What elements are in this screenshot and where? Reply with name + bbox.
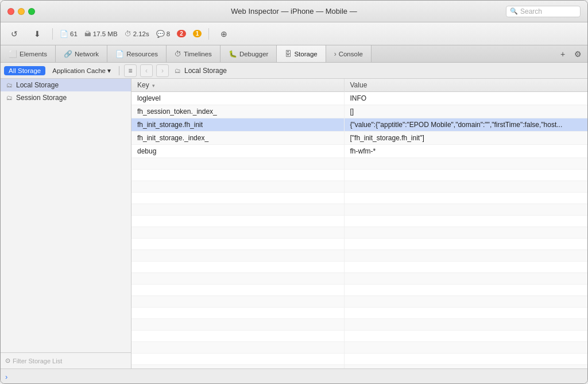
session-storage-label: Session Storage <box>16 94 67 102</box>
tab-debugger[interactable]: 🐛 Debugger <box>220 45 277 62</box>
cell-value: fh-wfm-* <box>344 145 587 158</box>
elements-icon: ⬜ <box>9 50 17 58</box>
toolbar: ↺ ⬇ 📄 61 🏔 17.5 MB ⏱ 2.12s 💬 8 2 1 ⊕ <box>1 22 587 45</box>
tab-timelines[interactable]: ⏱ Timelines <box>167 45 220 62</box>
debugger-icon: 🐛 <box>229 50 237 58</box>
time-value: 2.12s <box>133 30 149 37</box>
filter-placeholder: Filter Storage List <box>13 358 62 364</box>
cell-value: [] <box>344 105 587 118</box>
empty-row <box>131 250 587 262</box>
key-column-label: Key <box>137 81 149 89</box>
column-header-key[interactable]: Key ▾ <box>131 79 344 92</box>
tab-network-label: Network <box>75 51 99 57</box>
errors-count: 2 <box>180 30 183 37</box>
table-row[interactable]: debugfh-wfm-* <box>131 145 587 158</box>
empty-cell-key <box>131 193 344 204</box>
app-cache-label: Application Cache <box>52 67 106 74</box>
empty-cell-value <box>344 181 587 193</box>
tab-debugger-label: Debugger <box>239 51 269 57</box>
empty-row <box>131 170 587 181</box>
reload-button[interactable]: ↺ <box>6 27 22 41</box>
table-row[interactable]: loglevelINFO <box>131 92 587 105</box>
empty-cell-key <box>131 273 344 285</box>
close-button[interactable] <box>7 8 14 15</box>
maximize-button[interactable] <box>28 8 35 15</box>
tab-elements-label: Elements <box>20 51 47 57</box>
tab-network[interactable]: 🔗 Network <box>56 45 107 62</box>
console-icon: › <box>334 50 336 58</box>
empty-row <box>131 262 587 273</box>
tab-storage[interactable]: 🗄 Storage <box>277 45 326 62</box>
file-icon: 📄 <box>60 30 68 38</box>
value-column-label: Value <box>350 81 368 89</box>
table-row[interactable]: fh_init_storage.fh_init{"value":{"apptit… <box>131 118 587 132</box>
empty-cell-value <box>344 216 587 227</box>
empty-row <box>131 216 587 227</box>
sidebar-item-local-storage[interactable]: 🗂 Local Storage <box>1 79 131 91</box>
empty-row <box>131 285 587 296</box>
empty-cell-value <box>344 354 587 365</box>
toolbar-separator-1 <box>52 28 53 40</box>
empty-row <box>131 342 587 354</box>
tab-console-label: Console <box>339 51 363 57</box>
local-storage-icon: 🗂 <box>6 82 13 89</box>
resources-icon: 📄 <box>115 50 124 58</box>
errors-stat: 2 <box>177 30 186 37</box>
add-tab-button[interactable]: + <box>556 48 569 60</box>
nav-forward-button[interactable]: › <box>156 64 169 77</box>
tab-spacer <box>372 45 553 62</box>
empty-cell-value <box>344 365 587 369</box>
requests-stat: 📄 61 <box>60 30 78 38</box>
filter-icon: ⊙ <box>5 357 10 364</box>
sub-toolbar: All Storage Application Cache ▾ ≡ ‹ › 🗂 … <box>1 63 587 79</box>
empty-cell-key <box>131 331 344 342</box>
main-content: 🗂 Local Storage 🗂 Session Storage ⊙ Filt… <box>1 79 587 368</box>
cell-key: loglevel <box>131 92 344 105</box>
minimize-button[interactable] <box>18 8 25 15</box>
messages-stat: 💬 8 <box>156 30 170 38</box>
empty-row <box>131 181 587 193</box>
tab-console[interactable]: › Console <box>326 45 372 62</box>
title-bar-right: 🔍 Search <box>506 6 581 17</box>
sidebar-spacer <box>1 104 131 352</box>
empty-cell-value <box>344 158 587 170</box>
empty-row <box>131 296 587 308</box>
local-storage-label: Local Storage <box>16 81 59 89</box>
tab-timelines-label: Timelines <box>184 51 212 57</box>
empty-cell-key <box>131 365 344 369</box>
search-box[interactable]: 🔍 Search <box>506 6 581 17</box>
table-header-row: Key ▾ Value <box>131 79 587 92</box>
table-row[interactable]: fh_session_token._index_[] <box>131 105 587 118</box>
expand-button[interactable]: › <box>5 373 7 381</box>
table-row[interactable]: fh_init_storage._index_["fh_init_storage… <box>131 132 587 145</box>
search-placeholder: Search <box>520 7 542 16</box>
empty-cell-key <box>131 158 344 170</box>
target-button[interactable]: ⊕ <box>216 27 232 41</box>
tab-resources[interactable]: 📄 Resources <box>107 45 167 62</box>
tab-bar: ⬜ Elements 🔗 Network 📄 Resources ⏱ Timel… <box>1 45 587 63</box>
app-cache-button[interactable]: Application Cache ▾ <box>49 66 114 76</box>
errors-badge: 2 <box>177 30 186 37</box>
empty-row <box>131 308 587 319</box>
storage-table: Key ▾ Value loglevelINFOfh_session_token… <box>131 79 587 368</box>
network-icon: 🔗 <box>64 50 72 58</box>
settings-button[interactable]: ⚙ <box>571 48 584 60</box>
empty-row <box>131 365 587 369</box>
cell-value: INFO <box>344 92 587 105</box>
empty-cell-key <box>131 216 344 227</box>
download-button[interactable]: ⬇ <box>29 27 45 41</box>
chevron-down-icon: ▾ <box>107 67 111 75</box>
all-storage-button[interactable]: All Storage <box>4 66 45 75</box>
size-icon: 🏔 <box>84 30 91 38</box>
nav-back-button[interactable]: ‹ <box>140 64 153 77</box>
nav-list-button[interactable]: ≡ <box>124 64 137 77</box>
empty-cell-value <box>344 239 587 250</box>
sidebar-item-session-storage[interactable]: 🗂 Session Storage <box>1 91 131 104</box>
empty-row <box>131 273 587 285</box>
timelines-icon: ⏱ <box>175 50 181 58</box>
bottom-bar: › <box>1 368 587 384</box>
time-stat: ⏱ 2.12s <box>125 30 149 38</box>
empty-cell-key <box>131 296 344 308</box>
tab-elements[interactable]: ⬜ Elements <box>1 45 56 62</box>
messages-count: 8 <box>167 30 170 37</box>
